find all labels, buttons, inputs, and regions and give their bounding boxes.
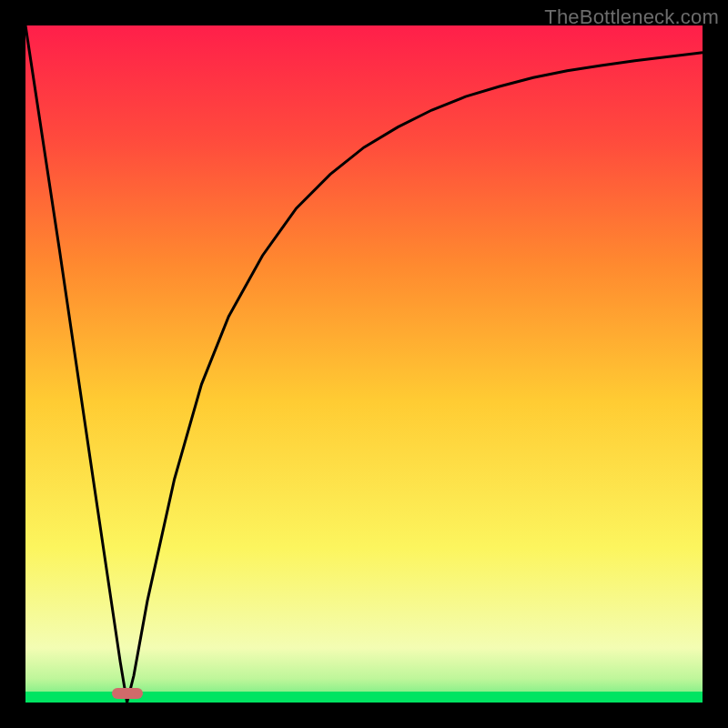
bottleneck-curve-path	[25, 25, 703, 703]
curve-svg	[25, 25, 703, 703]
chart-frame: TheBottleneck.com	[0, 0, 728, 728]
plot-area	[25, 25, 703, 703]
minimum-marker	[112, 688, 143, 699]
